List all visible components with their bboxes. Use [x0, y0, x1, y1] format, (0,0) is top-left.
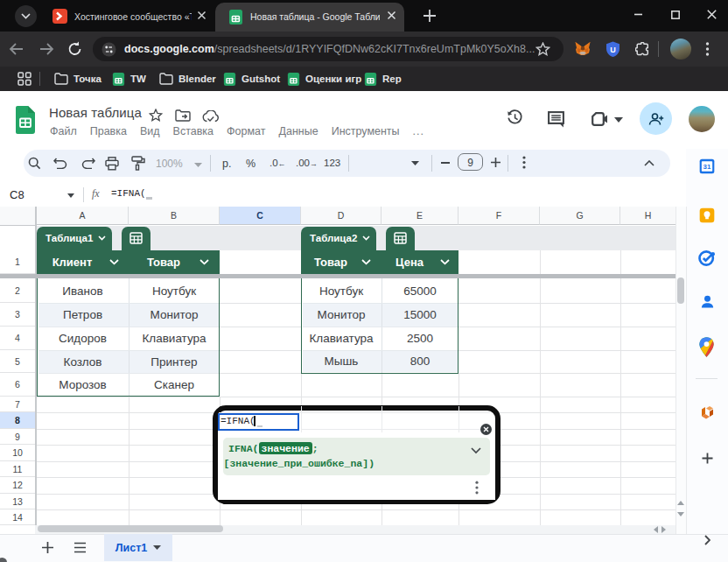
- svg-text:U: U: [610, 46, 616, 54]
- svg-text:31: 31: [704, 163, 711, 171]
